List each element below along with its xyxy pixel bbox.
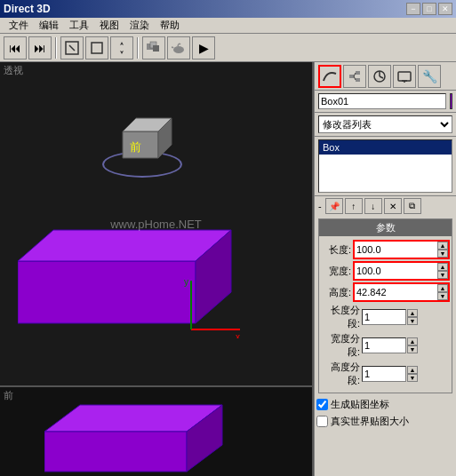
main-layout: 前 x y www.pHome.NET 透视 [0,62,456,476]
modifier-dropdown-row: 修改器列表 [315,113,456,137]
title-bar: Direct 3D − □ ✕ [0,0,456,18]
menu-file[interactable]: 文件 [4,19,34,32]
param-row-wseg: 宽度分段: ▲ ▼ [321,332,450,359]
svg-text:x: x [236,332,240,338]
param-input-hseg[interactable] [362,366,406,382]
param-label-lseg: 长度分段: [321,304,362,330]
param-input-lseg[interactable] [362,309,406,325]
svg-line-1 [69,45,75,51]
right-toolbar: 🔧 [315,62,456,91]
params-header[interactable]: 参数 [319,219,452,236]
param-input-height[interactable] [355,284,437,300]
toolbar-sep-2 [137,37,139,59]
svg-line-26 [354,76,356,80]
small-cube-svg: 前 [114,105,176,163]
modifier-list[interactable]: Box [318,139,452,193]
window-controls: − □ ✕ [406,3,452,15]
svg-rect-22 [349,75,354,78]
checkbox-genuvw-label: 生成贴图坐标 [331,398,389,411]
spin-down-width[interactable]: ▼ [437,271,448,279]
close-button[interactable]: ✕ [438,3,452,15]
spin-up-width[interactable]: ▲ [437,263,448,271]
toolbar-btn-obj[interactable] [142,36,165,60]
param-input-width[interactable] [355,263,437,279]
toolbar-btn-move[interactable] [110,36,133,60]
spin-down-height[interactable]: ▼ [437,292,448,300]
right-btn-util[interactable]: 🔧 [418,65,441,88]
params-content: 长度: ▲ ▼ 宽度: ▲ [319,236,452,393]
toolbar-btn-select[interactable] [60,36,84,60]
checkbox-genuvw-input[interactable] [316,399,328,410]
modifier-buttons: - 📌 ↑ ↓ ✕ ⧉ [315,195,456,216]
menu-render[interactable]: 渲染 [124,19,155,32]
main-toolbar: ⏮ ⏭ ▶ [0,34,456,62]
svg-marker-3 [120,42,124,54]
mod-btn-up[interactable]: ↑ [345,198,363,214]
object-color-swatch[interactable] [450,93,452,109]
modifier-dropdown[interactable]: 修改器列表 [318,115,452,133]
viewport-label-top: 透视 [4,64,23,77]
spin-up-length[interactable]: ▲ [437,242,448,250]
param-label-hseg: 高度分段: [321,361,362,387]
param-label-length: 长度: [321,243,353,257]
param-input-height-wrap: ▲ ▼ [353,282,450,302]
toolbar-sep-1 [55,37,57,59]
checkbox-realworld-label: 真实世界贴图大小 [331,415,409,428]
param-row-lseg: 长度分段: ▲ ▼ [321,304,450,330]
mod-btn-copy[interactable]: ⧉ [404,198,421,214]
right-btn-hierarchy[interactable] [343,65,366,88]
spin-up-lseg[interactable]: ▲ [407,309,418,317]
parameters-section: 参数 长度: ▲ ▼ 宽度: [318,218,452,393]
menu-view[interactable]: 视图 [94,19,124,32]
menu-edit[interactable]: 编辑 [34,19,64,32]
spin-btns-height: ▲ ▼ [437,284,448,300]
mod-btn-pin[interactable]: 📌 [325,198,343,214]
mod-btn-down[interactable]: ↓ [364,198,382,214]
spin-btns-length: ▲ ▼ [437,242,448,258]
menu-tools[interactable]: 工具 [64,19,94,32]
toolbar-btn-undo[interactable]: ⏮ [4,36,27,60]
param-row-height: 高度: ▲ ▼ [321,282,450,302]
modifier-item-box[interactable]: Box [319,140,452,155]
svg-rect-24 [356,78,360,82]
right-btn-motion[interactable] [368,65,391,88]
spin-up-hseg[interactable]: ▲ [407,366,418,374]
scene-top: 前 x y www.pHome.NET 透视 [0,62,312,385]
toolbar-btn-play[interactable]: ▶ [192,36,215,60]
checkbox-realworld-input[interactable] [316,416,328,427]
viewport-bottom[interactable]: 前 [0,387,314,476]
spin-down-lseg[interactable]: ▼ [407,317,418,325]
toolbar-btn-redo[interactable]: ⏭ [28,36,52,60]
object-name-input[interactable] [318,93,446,109]
menu-help[interactable]: 帮助 [155,19,185,32]
toolbar-btn-teapot[interactable] [167,36,190,60]
spin-btns-lseg: ▲ ▼ [407,309,418,325]
spin-down-hseg[interactable]: ▼ [407,374,418,382]
param-label-height: 高度: [321,286,353,299]
right-btn-display[interactable] [393,65,416,88]
svg-rect-6 [153,45,159,52]
right-btn-curve[interactable] [318,65,341,88]
minimize-button[interactable]: − [406,3,420,15]
mod-btn-delete[interactable]: ✕ [384,198,402,214]
viewport-top[interactable]: 前 x y www.pHome.NET 透视 [0,62,314,387]
svg-marker-9 [18,230,231,261]
object-name-row [315,91,456,113]
maximize-button[interactable]: □ [422,3,436,15]
param-input-length[interactable] [355,242,437,258]
spin-up-height[interactable]: ▲ [437,284,448,292]
param-input-length-wrap: ▲ ▼ [353,240,450,259]
param-label-width: 宽度: [321,265,353,278]
checkbox-realworld: 真实世界贴图大小 [316,415,454,428]
spin-down-wseg[interactable]: ▼ [407,345,418,353]
bottom-shape-svg [44,396,249,476]
toolbar-btn-region[interactable] [85,36,108,60]
svg-rect-30 [398,72,411,81]
svg-line-25 [354,73,356,76]
spin-up-wseg[interactable]: ▲ [407,337,418,345]
spin-down-length[interactable]: ▼ [437,250,448,258]
param-input-wseg[interactable] [362,337,406,353]
param-row-length: 长度: ▲ ▼ [321,240,450,259]
viewport-area: 前 x y www.pHome.NET 透视 [0,62,314,476]
svg-line-29 [380,76,383,78]
